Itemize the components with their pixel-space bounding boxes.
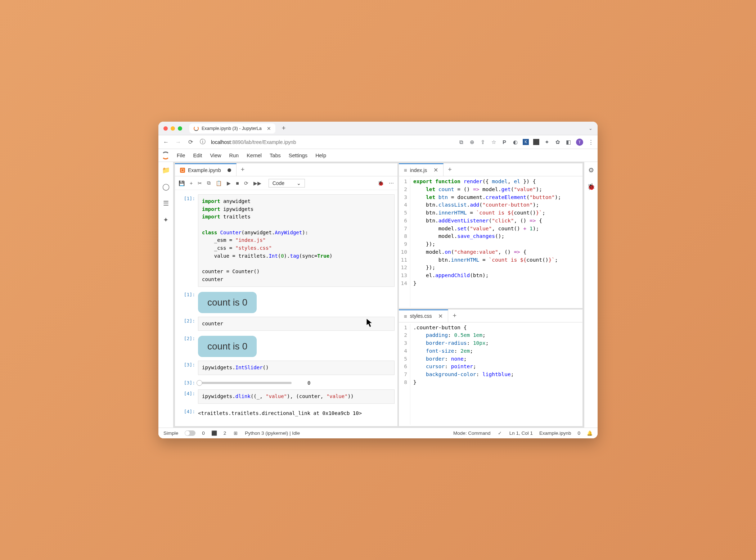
profile-avatar[interactable]: T (576, 139, 583, 146)
cell-4-input[interactable]: [4]: ipywidgets.dlink((_, "value"), (cou… (178, 389, 395, 404)
more-icon[interactable]: ⋮ (588, 139, 594, 145)
cell-prompt: [3]: (178, 379, 198, 386)
maximize-window-button[interactable] (178, 126, 182, 131)
copy-icon[interactable]: ⧉ (207, 180, 211, 186)
url-port: :8890 (231, 139, 243, 145)
save-icon[interactable]: 💾 (179, 180, 185, 186)
terminal-icon[interactable]: ⬛ (211, 430, 217, 436)
jupyter-logo[interactable] (158, 152, 173, 159)
bell-icon[interactable]: 🔔 (587, 430, 593, 436)
tab-overflow-icon[interactable]: ⌄ (589, 126, 593, 131)
notebook-body[interactable]: [1]: import anywidget import ipywidgets … (175, 190, 397, 426)
line-gutter: 1 2 3 4 5 6 7 8 (399, 324, 410, 425)
property-inspector-icon[interactable]: ⚙ (588, 166, 594, 174)
css-editor[interactable]: 1 2 3 4 5 6 7 8 .counter-button { paddin… (399, 322, 582, 426)
main-area: Example.ipynb + 💾 + ✂ ⧉ 📋 ▶ ■ ⟳ ▶▶ (174, 162, 584, 428)
stop-icon[interactable]: ■ (236, 180, 239, 186)
close-tab-icon[interactable]: ✕ (433, 167, 438, 173)
js-tab[interactable]: ≡ index.js ✕ (399, 163, 444, 176)
folder-icon[interactable]: 📁 (162, 166, 170, 174)
status-count-3: 0 (577, 430, 580, 436)
kernel-chip-icon[interactable]: ⊞ (233, 430, 238, 436)
window-controls (163, 126, 182, 131)
menu-view[interactable]: View (206, 149, 225, 162)
url-path: /lab/tree/Example.ipynb (243, 139, 296, 145)
code-editor[interactable]: ipywidgets.IntSlider() (198, 361, 395, 375)
js-editor[interactable]: 1 2 3 4 5 6 7 8 9 10 11 12 13 14 export … (399, 176, 582, 308)
slider-thumb[interactable] (197, 380, 202, 386)
insert-cell-icon[interactable]: + (190, 180, 193, 186)
counter-widget-button[interactable]: count is 0 (198, 292, 257, 313)
slider-track[interactable] (198, 382, 292, 384)
notebook-pane: Example.ipynb + 💾 + ✂ ⧉ 📋 ▶ ■ ⟳ ▶▶ (175, 163, 397, 426)
cell-1-input[interactable]: [1]: import anywidget import ipywidgets … (178, 194, 395, 287)
menu-run[interactable]: Run (225, 149, 243, 162)
ext-square1-icon[interactable]: K (523, 139, 529, 145)
line-col-status[interactable]: Ln 1, Col 1 (509, 430, 533, 436)
running-icon[interactable]: ◯ (162, 183, 170, 191)
simple-mode-toggle[interactable] (185, 430, 195, 436)
menu-help[interactable]: Help (311, 149, 330, 162)
toc-icon[interactable]: ☰ (163, 199, 169, 207)
menu-tabs[interactable]: Tabs (266, 149, 285, 162)
ext-leaf-icon[interactable]: ✿ (554, 139, 561, 145)
notebook-toolbar: 💾 + ✂ ⧉ 📋 ▶ ■ ⟳ ▶▶ Code⌄ 🐞 ⋯ (175, 176, 397, 190)
minimize-window-button[interactable] (171, 126, 175, 131)
code-editor[interactable]: import anywidget import ipywidgets impor… (198, 194, 395, 287)
right-activitybar: ⚙ 🐞 (584, 162, 598, 428)
code-editor[interactable]: counter (198, 317, 395, 331)
zoom-icon[interactable]: ⊕ (469, 139, 475, 145)
back-button[interactable]: ← (162, 139, 170, 145)
sidepanel-icon[interactable]: ◧ (565, 139, 572, 145)
address-bar: ← → ⟳ ⓘ localhost:8890/lab/tree/Example.… (158, 135, 598, 149)
celltype-select[interactable]: Code⌄ (269, 179, 305, 188)
trusted-icon[interactable]: ✓ (497, 430, 503, 436)
menu-edit[interactable]: Edit (189, 149, 206, 162)
close-window-button[interactable] (163, 126, 168, 131)
ext-p-icon[interactable]: P (501, 139, 508, 145)
paste-icon[interactable]: 📋 (216, 180, 222, 186)
ext-blocker-icon[interactable]: ◐ (512, 139, 518, 145)
close-tab-icon[interactable]: ✕ (267, 126, 271, 131)
css-code[interactable]: .counter-button { padding: 0.5em 1em; bo… (410, 324, 582, 425)
left-activitybar: 📁 ◯ ☰ ✦ (158, 162, 174, 428)
menu-kernel[interactable]: Kernel (243, 149, 266, 162)
counter-widget-button[interactable]: count is 0 (198, 336, 257, 357)
url-field[interactable]: localhost:8890/lab/tree/Example.ipynb (211, 139, 454, 145)
bookmark-icon[interactable]: ☆ (490, 139, 497, 145)
notebook-tab[interactable]: Example.ipynb (175, 163, 237, 176)
close-tab-icon[interactable]: ✕ (438, 313, 443, 320)
menu-file[interactable]: File (173, 149, 189, 162)
css-tab[interactable]: ≡ styles.css ✕ (399, 310, 448, 322)
forward-button[interactable]: → (174, 139, 182, 145)
add-tab-button[interactable]: + (444, 166, 456, 173)
ext-square2-icon[interactable] (533, 139, 539, 145)
int-slider-widget[interactable]: 0 (198, 379, 395, 386)
extension-manager-icon[interactable]: ✦ (163, 216, 168, 224)
menu-settings[interactable]: Settings (285, 149, 311, 162)
browser-tab-title: Example.ipynb (3) - JupyterLa (202, 126, 262, 131)
debug-icon[interactable]: 🐞 (378, 180, 384, 186)
add-tab-button[interactable]: + (448, 312, 461, 320)
browser-window: Example.ipynb (3) - JupyterLa ✕ + ⌄ ← → … (158, 122, 598, 438)
debugger-icon[interactable]: 🐞 (587, 183, 595, 191)
run-icon[interactable]: ▶ (227, 180, 231, 186)
cut-icon[interactable]: ✂ (198, 180, 202, 186)
open-external-icon[interactable]: ⧉ (458, 139, 464, 145)
extensions-icon[interactable]: ✦ (544, 139, 550, 145)
kernel-status[interactable]: Python 3 (ipykernel) | Idle (245, 430, 300, 436)
restart-icon[interactable]: ⟳ (244, 180, 248, 186)
fast-forward-icon[interactable]: ▶▶ (253, 180, 261, 186)
js-code[interactable]: export function render({ model, el }) { … (410, 178, 582, 307)
new-tab-button[interactable]: + (282, 125, 286, 132)
browser-tab[interactable]: Example.ipynb (3) - JupyterLa ✕ (189, 123, 275, 134)
overflow-icon[interactable]: ⋯ (389, 180, 394, 186)
reload-button[interactable]: ⟳ (186, 139, 194, 145)
cell-3-input[interactable]: [3]: ipywidgets.IntSlider() (178, 361, 395, 375)
simple-mode-label: Simple (163, 430, 178, 436)
code-editor[interactable]: ipywidgets.dlink((_, "value"), (counter,… (198, 389, 395, 404)
site-info-icon[interactable]: ⓘ (199, 138, 207, 146)
cell-2-input[interactable]: [2]: counter (178, 317, 395, 331)
add-tab-button[interactable]: + (237, 166, 249, 173)
share-icon[interactable]: ⇪ (480, 139, 486, 145)
